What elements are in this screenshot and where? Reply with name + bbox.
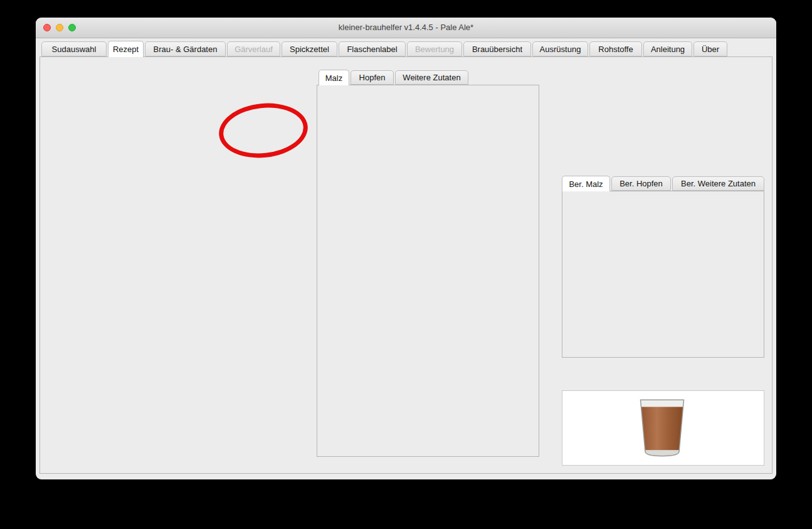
tab-weitere-zutaten[interactable]: Weitere Zutaten bbox=[395, 70, 468, 85]
tab-flaschenlabel[interactable]: Flaschenlabel bbox=[339, 41, 406, 56]
beer-glass-image bbox=[636, 397, 688, 459]
tab-brau-und-gaerdaten[interactable]: Brau- & Gärdaten bbox=[145, 41, 226, 56]
app-window: kleiner-brauhelfer v1.4.4.5 - Pale Ale* … bbox=[36, 18, 776, 479]
tab-ueber[interactable]: Über bbox=[693, 41, 727, 56]
tab-hopfen[interactable]: Hopfen bbox=[351, 70, 394, 85]
ingredients-pane bbox=[317, 85, 539, 457]
tab-ausruestung[interactable]: Ausrüstung bbox=[532, 41, 588, 56]
title-bar: kleiner-brauhelfer v1.4.4.5 - Pale Ale* bbox=[36, 18, 776, 38]
tab-ber-weitere-zutaten[interactable]: Ber. Weitere Zutaten bbox=[672, 176, 764, 191]
tab-brauuebersicht[interactable]: Brauübersicht bbox=[463, 41, 531, 56]
tab-anleitung[interactable]: Anleitung bbox=[643, 41, 692, 56]
tab-ber-malz[interactable]: Ber. Malz bbox=[562, 176, 610, 191]
tab-sudauswahl[interactable]: Sudauswahl bbox=[41, 41, 107, 56]
calc-pane bbox=[562, 191, 764, 358]
calc-tab-bar: Ber. Malz Ber. Hopfen Ber. Weitere Zutat… bbox=[562, 176, 764, 191]
beer-color-preview-pane bbox=[562, 390, 764, 466]
tab-rezept[interactable]: Rezept bbox=[108, 41, 144, 57]
ingredients-tab-bar: Malz Hopfen Weitere Zutaten bbox=[319, 70, 468, 85]
tab-rohstoffe[interactable]: Rohstoffe bbox=[589, 41, 642, 56]
tab-malz[interactable]: Malz bbox=[319, 70, 349, 85]
main-tab-bar: Sudauswahl Rezept Brau- & Gärdaten Gärve… bbox=[41, 41, 727, 57]
window-title: kleiner-brauhelfer v1.4.4.5 - Pale Ale* bbox=[36, 23, 776, 32]
tab-bewertung: Bewertung bbox=[407, 41, 462, 56]
tab-spickzettel[interactable]: Spickzettel bbox=[282, 41, 337, 56]
tab-gaerverlauf: Gärverlauf bbox=[227, 41, 280, 56]
tab-ber-hopfen[interactable]: Ber. Hopfen bbox=[611, 176, 671, 191]
